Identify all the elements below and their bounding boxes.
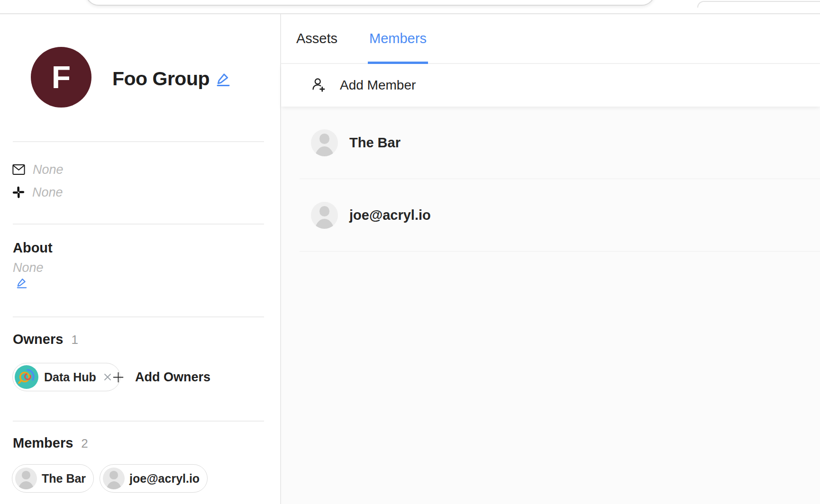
add-member-label: Add Member (340, 78, 416, 93)
email-icon (12, 164, 25, 175)
remove-owner-icon[interactable] (103, 372, 112, 382)
group-profile-page: F Foo Group None (0, 0, 820, 504)
group-initial: F (52, 59, 71, 95)
slack-icon (12, 186, 25, 198)
about-section-title: About (13, 241, 53, 255)
header-card-edge (697, 1, 820, 8)
divider (13, 316, 264, 317)
member-list-row[interactable]: joe@acryl.io (281, 179, 820, 252)
edit-description-button[interactable] (16, 277, 28, 289)
tab-members[interactable]: Members (369, 14, 427, 63)
group-email-value: None (33, 162, 64, 177)
tab-bar: Assets Members (281, 14, 820, 64)
plus-icon (112, 371, 125, 384)
member-chip-label: The Bar (42, 472, 86, 486)
member-chip[interactable]: The Bar (12, 464, 94, 493)
group-slack-value: None (32, 185, 63, 200)
person-avatar-icon (15, 468, 37, 489)
edit-group-name-button[interactable] (215, 71, 231, 87)
person-avatar-icon (311, 202, 338, 229)
owners-header: Owners 1 (13, 332, 78, 347)
person-avatar-icon (103, 468, 125, 489)
divider (13, 421, 264, 422)
owners-count: 1 (71, 333, 78, 347)
group-content-panel: Assets Members Add Member The Bar joe@ac… (281, 14, 820, 504)
about-description: None (13, 261, 44, 274)
datahub-logo-icon (15, 365, 38, 389)
members-header: Members 2 (13, 436, 88, 451)
members-count: 2 (81, 436, 88, 451)
group-avatar: F (31, 47, 91, 108)
edit-pencil-icon (215, 71, 231, 87)
divider (13, 141, 264, 142)
member-name: The Bar (349, 135, 401, 151)
add-owners-button[interactable]: Add Owners (112, 363, 210, 391)
add-person-icon (311, 78, 326, 93)
edit-pencil-icon (16, 277, 28, 289)
group-name: Foo Group (112, 67, 210, 90)
person-avatar-icon (311, 129, 338, 156)
divider (13, 224, 264, 225)
search-input[interactable] (85, 0, 655, 6)
members-title: Members (13, 436, 73, 450)
tab-assets[interactable]: Assets (296, 14, 337, 63)
group-email-row: None (12, 162, 64, 177)
owners-title: Owners (13, 332, 63, 346)
member-name: joe@acryl.io (349, 207, 431, 223)
member-chip-label: joe@acryl.io (129, 472, 200, 486)
member-list-row[interactable]: The Bar (281, 107, 820, 179)
owner-chip-datahub[interactable]: Data Hub (12, 363, 120, 391)
owner-chip-label: Data Hub (44, 370, 96, 384)
add-member-button[interactable]: Add Member (281, 64, 820, 107)
group-slack-row: None (12, 185, 63, 199)
top-bar (0, 0, 820, 14)
member-chip[interactable]: joe@acryl.io (100, 464, 208, 493)
add-owners-label: Add Owners (135, 370, 210, 385)
member-chip-list: The Bar joe@acryl.io (12, 464, 208, 493)
group-sidebar: F Foo Group None (0, 14, 281, 504)
